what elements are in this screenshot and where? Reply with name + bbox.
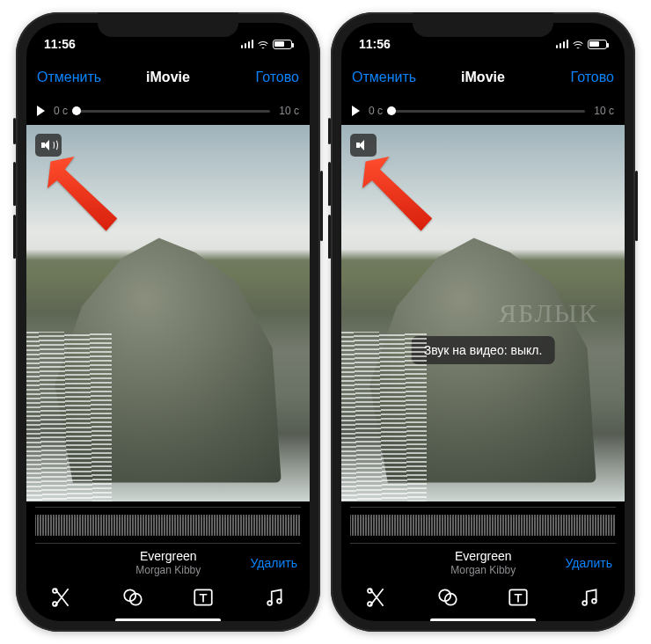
cancel-button[interactable]: Отменить	[37, 70, 124, 85]
cellular-icon	[556, 40, 569, 48]
done-button[interactable]: Готово	[212, 70, 299, 85]
song-artist: Morgan Kibby	[86, 564, 251, 576]
svg-point-6	[267, 601, 272, 605]
svg-point-2	[53, 602, 57, 606]
notch	[413, 12, 553, 37]
svg-point-7	[277, 599, 282, 604]
phone-left: 11:56 Отменить iMovie Готово 0 c 10 c	[16, 12, 320, 632]
wifi-icon	[572, 40, 584, 48]
svg-point-9	[368, 589, 372, 593]
text-icon[interactable]	[192, 588, 215, 607]
scrubber-thumb[interactable]	[72, 106, 81, 115]
music-icon[interactable]	[578, 588, 601, 607]
play-icon[interactable]	[37, 106, 45, 116]
scrubber-thumb[interactable]	[387, 106, 396, 115]
sound-toggle-button[interactable]	[35, 134, 62, 157]
speaker-on-icon	[41, 139, 55, 151]
scrubber-track[interactable]	[391, 110, 585, 113]
notch	[98, 12, 238, 37]
wifi-icon	[257, 40, 269, 48]
svg-marker-0	[48, 157, 117, 231]
annotation-arrow	[48, 157, 127, 236]
song-title: Evergreen	[401, 549, 566, 563]
editor-toolbar	[26, 582, 310, 615]
video-preview[interactable]: Звук на видео: выкл. ЯБЛЫК	[341, 125, 625, 501]
time-start: 0 c	[369, 105, 383, 117]
svg-point-1	[53, 589, 57, 593]
svg-point-14	[582, 601, 587, 605]
song-row: Evergreen Morgan Kibby Удалить	[26, 544, 310, 582]
music-icon[interactable]	[263, 588, 286, 607]
home-indicator[interactable]	[115, 618, 221, 621]
status-time: 11:56	[359, 37, 391, 51]
battery-icon	[273, 40, 292, 49]
done-button[interactable]: Готово	[527, 70, 614, 85]
phone-right: 11:56 Отменить iMovie Готово 0 c 10 c	[331, 12, 635, 632]
speaker-off-icon	[356, 139, 370, 151]
sound-off-toast: Звук на видео: выкл.	[412, 336, 555, 364]
page-title: iMovie	[124, 70, 211, 85]
time-start: 0 c	[54, 105, 68, 117]
video-preview[interactable]	[26, 125, 310, 501]
song-title: Evergreen	[86, 549, 251, 563]
trim-icon[interactable]	[50, 588, 73, 607]
audio-waveform[interactable]	[35, 507, 301, 544]
scrubber-track[interactable]	[77, 110, 270, 113]
editor-toolbar	[341, 582, 625, 615]
timeline-bar: 0 c 10 c	[26, 97, 310, 125]
nav-bar: Отменить iMovie Готово	[26, 58, 310, 97]
song-row: Evergreen Morgan Kibby Удалить	[341, 544, 625, 582]
timeline-bar: 0 c 10 c	[341, 97, 625, 125]
sound-toggle-button[interactable]	[350, 134, 377, 157]
audio-waveform[interactable]	[350, 507, 616, 544]
delete-audio-button[interactable]: Удалить	[251, 556, 297, 570]
annotation-arrow	[362, 157, 442, 236]
battery-icon	[588, 40, 607, 49]
status-time: 11:56	[44, 37, 76, 51]
home-indicator[interactable]	[430, 618, 536, 621]
nav-bar: Отменить iMovie Готово	[341, 58, 625, 97]
song-artist: Morgan Kibby	[401, 564, 566, 576]
cancel-button[interactable]: Отменить	[352, 70, 439, 85]
time-end: 10 c	[279, 105, 299, 117]
filters-icon[interactable]	[121, 588, 144, 607]
svg-point-10	[368, 602, 372, 606]
page-title: iMovie	[439, 70, 526, 85]
cellular-icon	[241, 40, 254, 48]
text-icon[interactable]	[507, 588, 530, 607]
watermark-text: ЯБЛЫК	[499, 298, 598, 328]
time-end: 10 c	[594, 105, 614, 117]
play-icon[interactable]	[352, 106, 360, 116]
svg-point-15	[592, 599, 596, 604]
filters-icon[interactable]	[436, 588, 459, 607]
delete-audio-button[interactable]: Удалить	[566, 556, 612, 570]
trim-icon[interactable]	[365, 588, 388, 607]
svg-marker-8	[362, 157, 432, 231]
